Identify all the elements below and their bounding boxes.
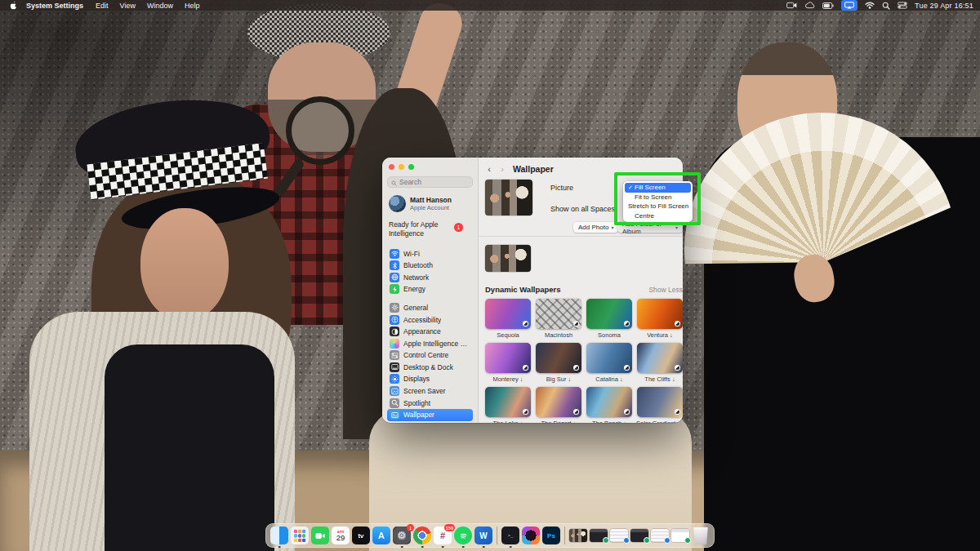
dropdown-option-centre[interactable]: Centre — [625, 211, 691, 221]
menu-app-name[interactable]: System Settings — [20, 2, 90, 10]
picture-label: Picture — [550, 184, 573, 192]
displays-icon — [390, 374, 399, 384]
wallpaper-tile-solar-gradients[interactable] — [637, 387, 683, 417]
sidebar-item-general[interactable]: General — [387, 302, 473, 314]
show-less-link[interactable]: Show Less — [648, 286, 683, 294]
battery-icon[interactable] — [822, 0, 834, 11]
dock-terminal-icon[interactable]: >_ — [501, 527, 519, 544]
dock-calendar-icon[interactable]: APR29 — [332, 527, 350, 544]
minimize-button[interactable] — [399, 164, 404, 170]
wifi-icon[interactable] — [865, 0, 875, 11]
wallpaper-tile-sonoma[interactable] — [586, 299, 632, 329]
running-indicator — [483, 546, 485, 549]
dock-creative-cloud-icon[interactable] — [522, 527, 540, 544]
dock-apple-tv-icon[interactable]: tv — [352, 527, 370, 544]
sidebar-item-wallpaper[interactable]: Wallpaper — [387, 409, 473, 421]
add-folder-or-album-button[interactable]: Add Folder or Album — [617, 222, 683, 233]
dock-photoshop-icon[interactable]: Ps — [542, 527, 560, 544]
forward-button[interactable]: › — [498, 164, 506, 174]
sidebar-item-wi-fi[interactable]: Wi-Fi — [387, 247, 473, 260]
dropdown-option-fit-to-screen[interactable]: Fit to Screen — [625, 193, 691, 202]
search-field[interactable] — [387, 176, 473, 188]
sidebar-item-bluetooth[interactable]: Bluetooth — [387, 260, 473, 272]
close-button[interactable] — [389, 164, 394, 170]
sidebar-item-label: Wi-Fi — [403, 250, 420, 258]
wallpaper-tile-monterey[interactable] — [485, 343, 531, 373]
zoom-button[interactable] — [408, 164, 414, 170]
wallpaper-tile-the-lake[interactable] — [485, 387, 531, 417]
sidebar-item-desktop-dock[interactable]: Desktop & Dock — [387, 362, 473, 374]
apple-intelligence-banner[interactable]: Ready for Apple Intelligence 1 — [387, 218, 473, 244]
menu-item-edit[interactable]: Edit — [90, 2, 114, 10]
dock-finder-icon[interactable] — [270, 527, 288, 544]
accessibility-icon — [390, 315, 399, 325]
search-icon[interactable] — [882, 0, 890, 11]
menu-item-view[interactable]: View — [114, 2, 141, 10]
sidebar-item-screen-saver[interactable]: Screen Saver — [387, 385, 473, 398]
wallpaper-tile-the-cliffs[interactable] — [637, 343, 683, 373]
back-button[interactable]: ‹ — [485, 164, 493, 174]
wallpaper-tile-big-sur[interactable] — [536, 343, 581, 373]
dock-word-icon[interactable]: W — [474, 527, 492, 544]
dock-trash-icon[interactable] — [692, 527, 710, 544]
dock-minimized-excel-doc-2[interactable] — [630, 529, 648, 542]
creative-cloud-icon[interactable] — [804, 0, 815, 11]
dock: APR29tvA⚙1#150W>_Ps — [265, 523, 715, 548]
dock-app-store-icon[interactable]: A — [372, 527, 390, 544]
dock-facetime-icon[interactable] — [311, 527, 329, 544]
dock-system-settings-icon[interactable]: ⚙1 — [393, 527, 411, 544]
dock-minimized-photo[interactable] — [569, 529, 587, 542]
running-indicator — [510, 546, 512, 549]
apple-menu-icon[interactable] — [7, 1, 20, 10]
wallpaper-tile-label: The Lake ↓ — [492, 420, 523, 423]
wallpaper-tile-macintosh[interactable] — [536, 299, 581, 329]
running-indicator — [278, 546, 281, 549]
dropdown-option-stretch-to-fill-screen[interactable]: Stretch to Fill Screen — [625, 202, 691, 211]
sidebar-item-displays[interactable]: Displays — [387, 373, 473, 385]
add-photo-button[interactable]: Add Photo — [573, 222, 618, 233]
camera-icon[interactable] — [786, 0, 797, 11]
account-row[interactable]: Matt Hanson Apple Account — [387, 188, 473, 218]
photo-wallpaper-thumbnail[interactable] — [485, 245, 531, 272]
current-wallpaper-preview[interactable] — [485, 180, 532, 216]
menu-clock[interactable]: Tue 29 Apr 16:51 — [915, 2, 973, 10]
calendar-day: 29 — [336, 534, 345, 542]
dynamic-wallpaper-badge-icon — [573, 409, 579, 415]
sidebar-item-spotlight[interactable]: Spotlight — [387, 397, 473, 409]
dock-minimized-browser-window[interactable] — [671, 529, 689, 542]
minimized-app-badge-icon — [623, 537, 630, 544]
dropdown-option-fill-screen[interactable]: ✓Fill Screen — [625, 183, 691, 193]
wallpaper-tile-the-desert[interactable] — [536, 387, 581, 417]
dropdown-option-label: Centre — [635, 212, 654, 220]
dock-spotify-icon[interactable] — [454, 527, 472, 544]
dock-slack-icon[interactable]: #150 — [434, 527, 452, 544]
sidebar-item-accessibility[interactable]: Accessibility — [387, 313, 473, 326]
menu-item-help[interactable]: Help — [179, 2, 206, 10]
sidebar-item-energy[interactable]: Energy — [387, 283, 473, 295]
wallpaper-tile-ventura[interactable] — [637, 299, 683, 329]
wallpaper-scroll-area[interactable]: Dynamic Wallpapers Show Less SequoiaMaci… — [479, 237, 683, 423]
dock-launchpad-icon[interactable] — [291, 527, 309, 544]
wallpaper-tile-label: The Desert ↓ — [541, 420, 577, 423]
search-input[interactable] — [399, 178, 469, 186]
sidebar-item-appearance[interactable]: Appearance — [387, 326, 473, 338]
dock-minimized-excel-doc[interactable] — [590, 529, 608, 542]
menu-item-window[interactable]: Window — [141, 2, 179, 10]
wallpaper-tile-the-beach[interactable] — [586, 387, 632, 417]
window-controls — [387, 162, 473, 176]
dock-minimized-word-doc[interactable] — [610, 529, 628, 542]
wallpaper-cell-solar-gradients: Solar Gradients ↓ — [637, 387, 683, 423]
sidebar-item-apple-intelligence[interactable]: Apple Intelligence &… — [387, 337, 473, 349]
dock-minimized-word-doc-2[interactable] — [651, 529, 669, 542]
wallpaper-cell-the-desert: The Desert ↓ — [536, 387, 581, 423]
desktop: System Settings Edit View Window Help Tu… — [0, 0, 980, 551]
wallpaper-tile-catalina[interactable] — [586, 343, 632, 373]
screen-mirroring-icon[interactable] — [841, 0, 858, 11]
control-center-icon[interactable] — [898, 0, 907, 11]
sidebar-item-network[interactable]: Network — [387, 271, 473, 283]
page-title: Wallpaper — [513, 164, 554, 174]
wallpaper-tile-sequoia[interactable] — [485, 299, 531, 329]
banner-text: Ready for Apple Intelligence — [389, 220, 451, 238]
dock-chrome-icon[interactable] — [413, 527, 431, 544]
sidebar-item-control-centre[interactable]: Control Centre — [387, 349, 473, 362]
